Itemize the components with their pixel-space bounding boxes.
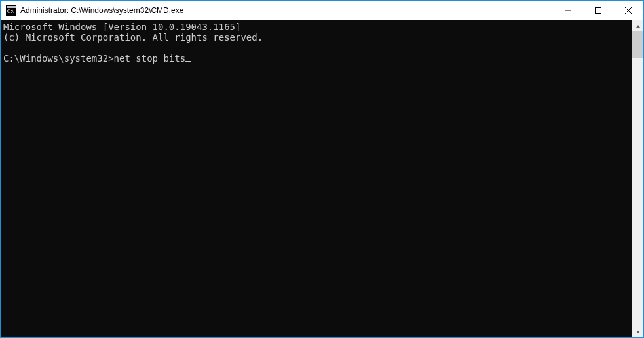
svg-marker-7 xyxy=(636,25,640,28)
copyright-line: (c) Microsoft Corporation. All rights re… xyxy=(3,32,263,43)
window-controls xyxy=(553,1,643,20)
vertical-scrollbar[interactable] xyxy=(632,20,643,337)
minimize-button[interactable] xyxy=(553,1,583,20)
scroll-down-arrow-icon[interactable] xyxy=(632,326,643,337)
console-output[interactable]: Microsoft Windows [Version 10.0.19043.11… xyxy=(1,20,632,337)
client-area: Microsoft Windows [Version 10.0.19043.11… xyxy=(1,20,643,337)
close-button[interactable] xyxy=(613,1,643,20)
scroll-track[interactable] xyxy=(632,31,643,326)
svg-marker-8 xyxy=(636,331,640,333)
cmd-icon: C:\ xyxy=(6,5,16,16)
scroll-up-arrow-icon[interactable] xyxy=(632,20,643,31)
maximize-button[interactable] xyxy=(583,1,613,20)
scroll-thumb[interactable] xyxy=(632,31,643,58)
svg-text:C:\: C:\ xyxy=(7,9,14,14)
svg-rect-4 xyxy=(596,7,601,13)
prompt: C:\Windows\system32> xyxy=(3,53,114,64)
svg-rect-1 xyxy=(7,6,16,8)
window-title: Administrator: C:\Windows\system32\CMD.e… xyxy=(20,6,183,15)
text-cursor xyxy=(185,61,191,62)
version-line: Microsoft Windows [Version 10.0.19043.11… xyxy=(3,22,240,32)
command-input[interactable]: net stop bits xyxy=(114,53,186,64)
titlebar[interactable]: C:\ Administrator: C:\Windows\system32\C… xyxy=(1,1,643,20)
